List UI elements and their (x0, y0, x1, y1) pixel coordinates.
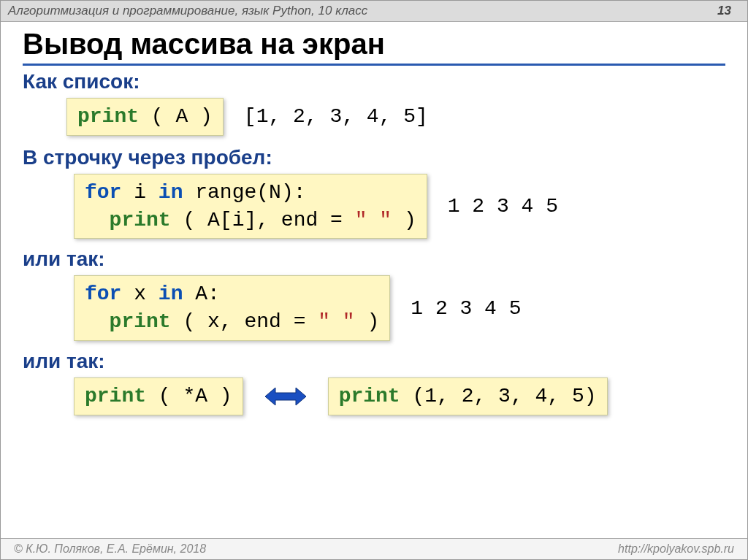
code-str: " " (355, 209, 392, 231)
footer-copyright: © К.Ю. Поляков, Е.А. Ерёмин, 2018 (14, 542, 206, 556)
page-number: 13 (717, 4, 731, 18)
code-t: i (121, 181, 158, 204)
svg-marker-0 (265, 388, 306, 405)
code-body: ( A ) (139, 105, 213, 128)
code-fn: print (110, 209, 171, 231)
code-fn: print (85, 385, 146, 407)
code-block-3: for x in A: print ( x, end = " " ) (74, 275, 390, 341)
page-title: Вывод массива на экран (23, 28, 725, 66)
header-title: Алгоритмизация и программирование, язык … (8, 4, 367, 18)
code-t: ) (392, 209, 416, 231)
slide-content: Вывод массива на экран Как список: print… (1, 22, 747, 415)
output-3: 1 2 3 4 5 (411, 297, 521, 320)
example-3-row: for x in A: print ( x, end = " " ) 1 2 3… (74, 275, 725, 341)
code-block-2: for i in range(N): print ( A[i], end = "… (74, 174, 427, 239)
section-label-or2: или так: (23, 350, 725, 373)
code-str: " " (318, 310, 354, 333)
code-fn: print (339, 385, 400, 407)
output-1: [1, 2, 3, 4, 5] (244, 105, 428, 128)
code-fn: print (110, 310, 171, 333)
slide-footer: © К.Ю. Поляков, Е.А. Ерёмин, 2018 http:/… (1, 538, 747, 559)
slide: Алгоритмизация и программирование, язык … (0, 0, 748, 560)
footer-url: http://kpolyakov.spb.ru (618, 542, 734, 556)
kw-in: in (159, 283, 183, 305)
code-t: A: (183, 283, 219, 305)
code-fn: print (77, 105, 139, 128)
example-4-row: print ( *A ) print (1, 2, 3, 4, 5) (74, 377, 725, 415)
slide-header: Алгоритмизация и программирование, язык … (1, 1, 747, 22)
code-t: ) (355, 310, 380, 333)
code-t: x (121, 283, 158, 305)
code-t: ( A[i], end = (171, 209, 355, 231)
code-body: ( *A ) (146, 385, 232, 407)
example-2-row: for i in range(N): print ( A[i], end = "… (74, 174, 725, 239)
double-arrow-icon (264, 386, 308, 407)
code-block-1: print ( A ) (66, 98, 224, 136)
code-t: range(N): (183, 181, 305, 204)
example-1-row: print ( A ) [1, 2, 3, 4, 5] (66, 98, 725, 136)
section-label-row: В строчку через пробел: (23, 146, 725, 169)
kw-for: for (85, 181, 121, 204)
code-body: (1, 2, 3, 4, 5) (400, 385, 597, 407)
code-block-5: print (1, 2, 3, 4, 5) (328, 377, 608, 415)
section-label-list: Как список: (23, 70, 725, 93)
kw-in: in (159, 181, 183, 204)
kw-for: for (85, 283, 121, 305)
code-block-4: print ( *A ) (74, 377, 243, 415)
output-2: 1 2 3 4 5 (448, 195, 558, 218)
code-t: ( x, end = (171, 310, 318, 333)
section-label-or1: или так: (23, 248, 725, 271)
